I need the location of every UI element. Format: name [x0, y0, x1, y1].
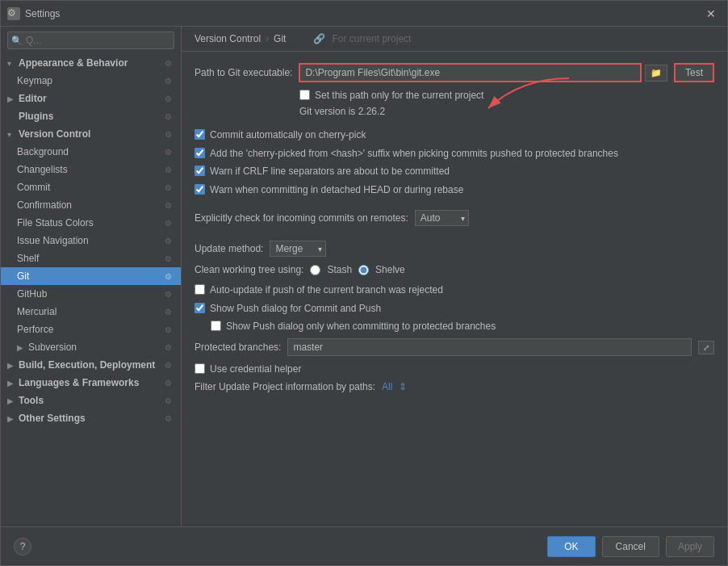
- help-button[interactable]: ?: [14, 538, 31, 556]
- incoming-label: Explicitly check for incoming commits on…: [195, 212, 408, 224]
- expand-icon: ▶: [7, 94, 17, 103]
- search-box: 🔍: [7, 31, 174, 49]
- show-push-protected-checkbox[interactable]: [211, 321, 221, 331]
- warn-detached-label: Warn when committing in detached HEAD or…: [210, 183, 463, 197]
- cherry-suffix-checkbox[interactable]: [195, 148, 205, 158]
- sidebar-item-label: File Status Colors: [17, 217, 94, 228]
- cancel-button[interactable]: Cancel: [602, 536, 659, 557]
- incoming-select[interactable]: Auto Always Never: [415, 210, 469, 226]
- sidebar-item-mercurial[interactable]: Mercurial ⚙: [1, 303, 181, 321]
- warn-detached-checkbox[interactable]: [195, 184, 205, 195]
- protected-input[interactable]: [287, 338, 692, 356]
- sidebar-item-changelists[interactable]: Changelists ⚙: [1, 161, 181, 178]
- warn-crlf-label: Warn if CRLF line separators are about t…: [210, 165, 450, 178]
- incoming-row: Explicitly check for incoming commits on…: [195, 210, 714, 226]
- main-content: 🔍 ▾ Appearance & Behavior ⚙ Keymap ⚙ ▶ E…: [1, 27, 727, 526]
- update-method-row: Update method: Merge Rebase: [195, 241, 714, 257]
- show-push-checkbox[interactable]: [195, 303, 205, 313]
- stash-label: Stash: [327, 263, 352, 277]
- sidebar-item-issue-navigation[interactable]: Issue Navigation ⚙: [1, 232, 181, 249]
- sidebar-item-label: Issue Navigation: [17, 235, 89, 246]
- title-bar: ⚙ Settings ✕: [1, 1, 727, 27]
- update-select[interactable]: Merge Rebase: [270, 241, 326, 257]
- settings-icon: ⚙: [161, 57, 174, 69]
- expand-icon: ▾: [7, 59, 17, 68]
- sidebar-item-github[interactable]: GitHub ⚙: [1, 285, 181, 303]
- filter-arrow: ⇕: [399, 381, 407, 392]
- sidebar-item-subversion[interactable]: ▶ Subversion ⚙: [1, 338, 181, 356]
- auto-update-label: Auto-update if push of the current branc…: [210, 283, 443, 297]
- sidebar-item-build[interactable]: ▶ Build, Execution, Deployment ⚙: [1, 356, 181, 374]
- sidebar-item-label: Languages & Frameworks: [19, 377, 139, 388]
- breadcrumb-separator: ›: [266, 33, 269, 44]
- shelve-radio[interactable]: [358, 265, 369, 275]
- protected-label: Protected branches:: [195, 342, 281, 353]
- stash-radio[interactable]: [310, 265, 320, 275]
- settings-icon: ⚙: [161, 287, 174, 300]
- expand-icon: ▶: [17, 343, 27, 352]
- breadcrumb-project: For current project: [332, 33, 411, 44]
- settings-window: ⚙ Settings ✕ 🔍 ▾ Appearance & Behavior ⚙…: [0, 0, 728, 566]
- sidebar-item-editor[interactable]: ▶ Editor ⚙: [1, 90, 181, 107]
- settings-icon: ⚙: [161, 376, 174, 389]
- credential-label: Use credential helper: [210, 363, 301, 376]
- search-input[interactable]: [7, 31, 174, 49]
- sidebar-item-version-control[interactable]: ▾ Version Control ⚙: [1, 125, 181, 143]
- settings-icon: ⚙: [161, 199, 174, 212]
- expand-button[interactable]: ⤢: [698, 341, 714, 354]
- sidebar-item-label: Appearance & Behavior: [19, 57, 128, 69]
- panel-body: Path to Git executable: 📁 Test Set this …: [182, 52, 727, 526]
- cherry-suffix-row: Add the 'cherry-picked from <hash>' suff…: [195, 147, 714, 161]
- sidebar-item-shelf[interactable]: Shelf ⚙: [1, 249, 181, 267]
- sidebar-item-keymap[interactable]: Keymap ⚙: [1, 72, 181, 90]
- cherry-pick-checkbox[interactable]: [195, 129, 205, 140]
- filter-row: Filter Update Project information by pat…: [195, 381, 714, 392]
- sidebar-item-other[interactable]: ▶ Other Settings ⚙: [1, 409, 181, 427]
- cherry-pick-row: Commit automatically on cherry-pick: [195, 128, 714, 142]
- sidebar-item-background[interactable]: Background ⚙: [1, 143, 181, 161]
- sidebar-item-file-status-colors[interactable]: File Status Colors ⚙: [1, 214, 181, 232]
- sidebar-item-label: Tools: [19, 395, 44, 406]
- cherry-suffix-label: Add the 'cherry-picked from <hash>' suff…: [210, 147, 618, 161]
- window-title: Settings: [25, 8, 701, 19]
- divider2: [195, 233, 714, 241]
- path-label: Path to Git executable:: [195, 67, 292, 78]
- sidebar-item-label: Perforce: [17, 324, 53, 335]
- sidebar-item-plugins[interactable]: ▶ Plugins ⚙: [1, 107, 181, 125]
- sidebar-item-git[interactable]: Git ⚙: [1, 267, 181, 285]
- auto-update-row: Auto-update if push of the current branc…: [195, 283, 714, 297]
- set-path-checkbox[interactable]: [299, 90, 310, 100]
- sidebar-item-label: Mercurial: [17, 306, 56, 317]
- sidebar-item-languages[interactable]: ▶ Languages & Frameworks ⚙: [1, 374, 181, 392]
- sidebar-item-confirmation[interactable]: Confirmation ⚙: [1, 196, 181, 214]
- sidebar-item-perforce[interactable]: Perforce ⚙: [1, 321, 181, 338]
- sidebar-item-label: Changelists: [17, 164, 68, 175]
- sidebar-item-commit[interactable]: Commit ⚙: [1, 178, 181, 196]
- credential-checkbox[interactable]: [195, 363, 205, 374]
- warn-crlf-checkbox[interactable]: [195, 166, 205, 176]
- apply-button[interactable]: Apply: [666, 536, 714, 557]
- bottom-actions: OK Cancel Apply: [547, 536, 714, 557]
- nav-items: ▾ Appearance & Behavior ⚙ Keymap ⚙ ▶ Edi…: [1, 54, 181, 526]
- path-input[interactable]: [299, 63, 642, 82]
- sidebar-item-label: Plugins: [19, 111, 53, 122]
- window-icon: ⚙: [7, 7, 20, 20]
- show-push-label: Show Push dialog for Commit and Push: [210, 302, 381, 316]
- settings-icon: ⚙: [161, 110, 174, 123]
- close-button[interactable]: ✕: [701, 6, 721, 22]
- sidebar-item-appearance[interactable]: ▾ Appearance & Behavior ⚙: [1, 54, 181, 72]
- browse-button[interactable]: 📁: [645, 65, 667, 82]
- shelve-label: Shelve: [375, 263, 405, 277]
- expand-icon: ▶: [7, 361, 17, 370]
- settings-icon: ⚙: [161, 358, 174, 371]
- ok-button[interactable]: OK: [547, 536, 595, 557]
- auto-update-checkbox[interactable]: [195, 284, 205, 295]
- filter-link[interactable]: All: [382, 381, 392, 392]
- sidebar-item-label: Other Settings: [19, 413, 86, 424]
- test-button[interactable]: Test: [674, 63, 714, 82]
- sidebar-item-label: Git: [17, 270, 29, 282]
- sidebar-item-tools[interactable]: ▶ Tools ⚙: [1, 392, 181, 409]
- expand-icon: ▶: [7, 379, 17, 388]
- expand-icon: ▾: [7, 130, 17, 139]
- settings-icon: ⚙: [161, 163, 174, 176]
